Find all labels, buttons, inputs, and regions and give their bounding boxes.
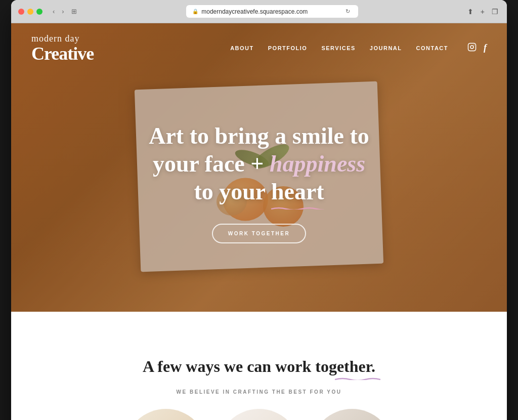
window-view-button[interactable]: ⊞ (69, 7, 79, 16)
back-button[interactable]: ‹ (51, 7, 57, 16)
maximize-button[interactable] (36, 9, 42, 15)
logo[interactable]: modern day Creative (31, 33, 94, 63)
svg-point-2 (473, 45, 474, 46)
hero-wrapper: modern day Creative ABOUT PORTFOLIO SERV… (11, 23, 507, 347)
duplicate-tab-button[interactable]: ❐ (490, 6, 500, 17)
preview-row (31, 409, 487, 420)
wave-divider (11, 312, 507, 347)
nav-portfolio[interactable]: PORTFOLIO (268, 45, 308, 51)
hero-title: Art to bring a smile to your face + happ… (149, 122, 369, 206)
svg-rect-0 (468, 43, 476, 51)
lock-icon: 🔒 (192, 9, 198, 14)
address-bar[interactable]: 🔒 moderndaycreativefe.squarespace.com ↻ (186, 5, 358, 18)
circle-art-3 (312, 409, 393, 420)
preview-area (31, 409, 487, 420)
nav-contact[interactable]: CONTACT (416, 45, 448, 51)
nav-services[interactable]: SERVICES (321, 45, 355, 51)
preview-circle-1 (125, 409, 206, 420)
website-content: modern day Creative ABOUT PORTFOLIO SERV… (11, 23, 507, 420)
add-tab-button[interactable]: + (479, 6, 486, 17)
site-header: modern day Creative ABOUT PORTFOLIO SERV… (11, 23, 507, 73)
work-together-button[interactable]: WORK TOGETHER (212, 224, 306, 243)
close-button[interactable] (18, 9, 24, 15)
instagram-icon[interactable] (467, 43, 477, 54)
nav-journal[interactable]: JOURNAL (370, 45, 402, 51)
minimize-button[interactable] (27, 9, 33, 15)
url-text: moderndaycreativefe.squarespace.com (201, 8, 308, 15)
logo-script: modern day (31, 33, 94, 45)
forward-button[interactable]: › (60, 7, 66, 16)
social-icons: f (467, 43, 487, 54)
hero-title-line3: to your heart (194, 179, 324, 204)
facebook-icon[interactable]: f (484, 43, 487, 53)
browser-actions: ⬆ + ❐ (466, 6, 500, 17)
site-nav: ABOUT PORTFOLIO SERVICES JOURNAL CONTACT (230, 43, 487, 54)
hero-section: modern day Creative ABOUT PORTFOLIO SERV… (11, 23, 507, 312)
section-subtitle: WE BELIEVE IN CRAFTING THE BEST FOR YOU (31, 389, 487, 395)
share-button[interactable]: ⬆ (466, 6, 475, 17)
address-bar-container: 🔒 moderndaycreativefe.squarespace.com ↻ (84, 5, 461, 18)
preview-circle-2 (219, 409, 299, 420)
svg-point-1 (470, 46, 473, 49)
nav-about[interactable]: ABOUT (230, 45, 254, 51)
reload-button[interactable]: ↻ (343, 7, 352, 16)
preview-circle-3 (312, 409, 393, 420)
traffic-lights (18, 9, 42, 15)
browser-window: ‹ › ⊞ 🔒 moderndaycreativefe.squarespace.… (11, 0, 507, 420)
hero-title-line2: your face + happiness (153, 151, 365, 177)
hero-title-line1: Art to bring a smile to (149, 123, 369, 149)
section-title: A few ways we can work together. (143, 357, 375, 376)
below-fold-section: A few ways we can work together. WE BELI… (11, 347, 507, 420)
wave-svg (11, 312, 507, 347)
browser-controls: ‹ › ⊞ (51, 7, 79, 16)
circle-art-1 (125, 409, 206, 420)
browser-titlebar: ‹ › ⊞ 🔒 moderndaycreativefe.squarespace.… (11, 0, 507, 23)
circle-art-2 (219, 409, 299, 420)
logo-serif: Creative (31, 45, 94, 63)
